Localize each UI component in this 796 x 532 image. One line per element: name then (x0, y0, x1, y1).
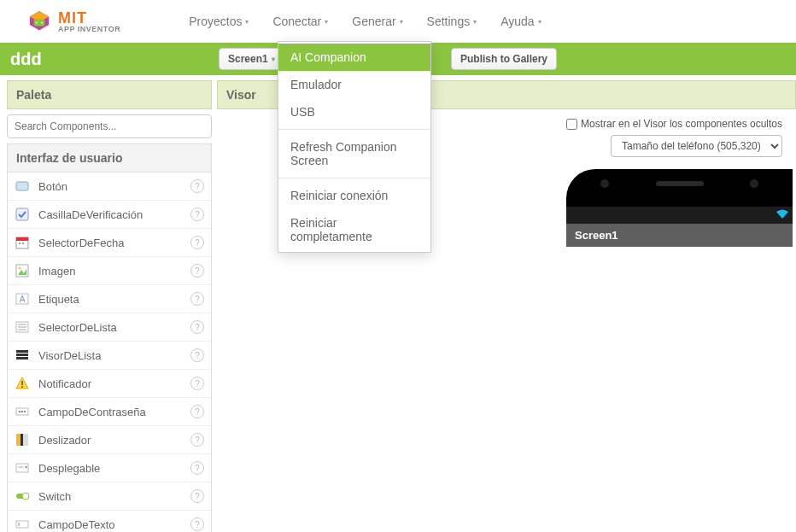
menu-projects[interactable]: Proyectos▾ (189, 15, 249, 28)
button-icon (15, 178, 30, 194)
svg-point-13 (19, 267, 21, 270)
dd-reset-conn[interactable]: Reiniciar conexión (278, 182, 430, 209)
dd-ai-companion[interactable]: AI Companion (278, 44, 430, 71)
logo[interactable]: MIT APP INVENTOR (26, 9, 120, 33)
svg-rect-32 (23, 434, 28, 446)
help-icon[interactable]: ? (190, 208, 204, 221)
palette-item-slider[interactable]: Deslizador? (8, 426, 211, 454)
palette-item-label: CampoDeTexto (38, 518, 182, 531)
dd-reset-full[interactable]: Reiniciar completamente (278, 209, 430, 250)
search-input[interactable] (7, 114, 212, 138)
phone-preview: Screen1 (566, 169, 793, 532)
topbar: MIT APP INVENTOR Proyectos▾ Conectar▾ Ge… (0, 0, 796, 43)
phone-size-select[interactable]: Tamaño del teléfono (505,320) (611, 135, 782, 157)
palette-item-label: VisorDeLista (38, 349, 182, 362)
svg-rect-20 (16, 350, 28, 353)
menu-connect[interactable]: Conectar▾ (272, 15, 328, 28)
help-icon[interactable]: ? (190, 292, 204, 306)
show-hidden-row[interactable]: Mostrar en el Visor los componentes ocul… (566, 118, 782, 130)
palette-item-label[interactable]: AEtiqueta? (8, 285, 211, 313)
logo-mit: MIT (58, 10, 120, 26)
svg-rect-10 (22, 243, 24, 244)
svg-point-3 (36, 22, 38, 24)
svg-point-28 (21, 411, 23, 412)
help-icon[interactable]: ? (190, 433, 204, 447)
menu-settings[interactable]: Settings▾ (427, 15, 477, 28)
palette-item-label: Botón (38, 180, 182, 193)
help-icon[interactable]: ? (190, 405, 204, 418)
main-menu: Proyectos▾ Conectar▾ Generar▾ Settings▾ … (189, 15, 541, 28)
screen-selector-button[interactable]: Screen1▾ (219, 48, 284, 70)
help-icon[interactable]: ? (190, 264, 204, 278)
palette-item-date[interactable]: SelectorDeFecha? (8, 229, 211, 257)
listpick-icon (15, 319, 30, 335)
palette-item-spinner[interactable]: Desplegable? (8, 454, 211, 482)
help-icon[interactable]: ? (190, 517, 204, 531)
palette-item-label: SelectorDeLista (38, 321, 182, 334)
screen-canvas[interactable] (566, 247, 793, 532)
dd-usb[interactable]: USB (278, 98, 430, 126)
image-icon (15, 263, 30, 278)
logo-icon (26, 9, 53, 33)
password-icon (15, 404, 30, 419)
palette-item-label: Imagen (38, 265, 182, 278)
help-icon[interactable]: ? (190, 461, 204, 475)
help-icon[interactable]: ? (190, 320, 204, 334)
spinner-icon (15, 460, 30, 476)
palette-section-header[interactable]: Interfaz de usuario (7, 143, 212, 172)
caret-icon: ▾ (325, 18, 328, 26)
component-list: Botón?CasillaDeVerificación?SelectorDeFe… (7, 172, 212, 532)
help-icon[interactable]: ? (190, 179, 204, 193)
palette-item-label: Etiqueta (38, 293, 182, 306)
menu-help[interactable]: Ayuda▾ (500, 15, 541, 28)
dd-separator (278, 178, 430, 178)
palette-item-label: Switch (38, 490, 182, 503)
svg-rect-6 (16, 208, 28, 220)
wifi-icon (776, 209, 789, 222)
svg-point-37 (22, 493, 29, 500)
svg-rect-31 (20, 434, 23, 446)
show-hidden-label: Mostrar en el Visor los componentes ocul… (581, 118, 782, 130)
project-title: ddd (10, 50, 42, 69)
caret-icon: ▾ (473, 18, 477, 26)
menu-build[interactable]: Generar▾ (352, 15, 402, 28)
palette-item-listpick[interactable]: SelectorDeLista? (8, 313, 211, 342)
connect-dropdown: AI Companion Emulador USB Refresh Compan… (278, 41, 431, 253)
palette-item-label: Notificador (38, 377, 182, 390)
help-icon[interactable]: ? (190, 236, 204, 249)
palette-item-password[interactable]: CampoDeContraseña? (8, 398, 211, 426)
checkbox-icon (15, 207, 30, 222)
caret-icon: ▾ (272, 56, 275, 63)
palette-item-notifier[interactable]: Notificador? (8, 370, 211, 398)
svg-point-27 (19, 411, 20, 412)
search-row (7, 114, 212, 138)
palette-item-button[interactable]: Botón? (8, 172, 211, 201)
svg-point-29 (24, 411, 26, 412)
svg-rect-22 (16, 357, 28, 360)
dd-emulator[interactable]: Emulador (278, 71, 430, 98)
listview-icon (15, 348, 30, 363)
palette-item-label: CampoDeContraseña (38, 406, 182, 418)
help-icon[interactable]: ? (190, 348, 204, 362)
palette-item-label: CasillaDeVerificación (38, 208, 182, 221)
dd-separator (278, 129, 430, 130)
publish-button[interactable]: Publish to Gallery (451, 48, 557, 70)
screen-title: Screen1 (566, 224, 793, 247)
caret-icon: ▾ (245, 18, 249, 26)
help-icon[interactable]: ? (190, 377, 204, 390)
caret-icon: ▾ (400, 18, 403, 26)
palette-item-switch[interactable]: Switch? (8, 482, 211, 511)
dd-refresh[interactable]: Refresh Companion Screen (278, 133, 430, 174)
svg-rect-21 (16, 354, 28, 356)
palette-item-label: Deslizador (38, 434, 182, 447)
slider-icon (15, 432, 30, 447)
palette-item-image[interactable]: Imagen? (8, 257, 211, 285)
palette-item-checkbox[interactable]: CasillaDeVerificación? (8, 201, 211, 229)
svg-rect-24 (21, 381, 23, 385)
palette-item-textbox[interactable]: CampoDeTexto? (8, 511, 211, 532)
help-icon[interactable]: ? (190, 489, 204, 503)
palette-item-listview[interactable]: VisorDeLista? (8, 342, 211, 370)
label-icon: A (15, 291, 30, 307)
show-hidden-checkbox[interactable] (566, 119, 577, 130)
svg-rect-25 (21, 386, 23, 388)
